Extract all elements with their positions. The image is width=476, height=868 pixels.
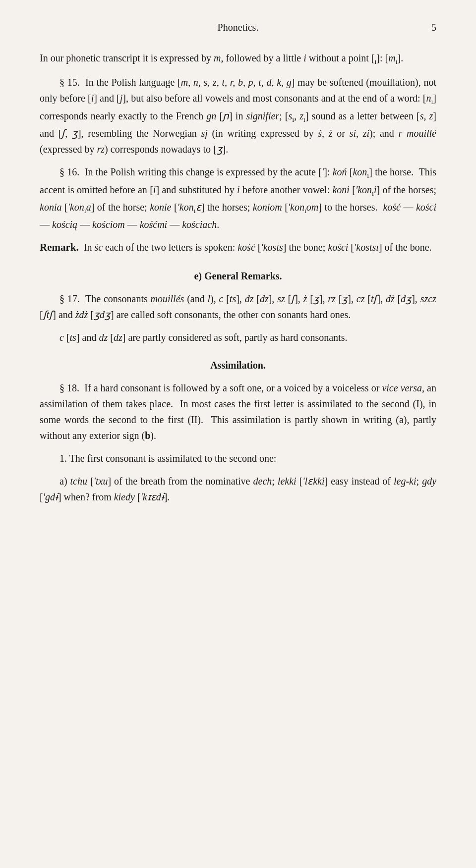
general-remarks-heading: e) General Remarks.	[40, 268, 436, 284]
section-15-paragraph: § 15. In the Polish language [m, n, s, z…	[40, 74, 436, 157]
remark-paragraph: Remark. In śc each of the two letters is…	[40, 239, 436, 256]
intro-paragraph: In our phonetic transcript it is express…	[40, 50, 436, 67]
section-18-paragraph-3: a) tchu ['txu] of the breath from the no…	[40, 473, 436, 505]
remark-heading: Remark.	[40, 241, 79, 253]
section-18-paragraph-1: § 18. If a hard consonant is followed by…	[40, 380, 436, 443]
section-17-paragraph-2: c [ts] and dz [dz] are partly considered…	[40, 329, 436, 345]
page-number: 5	[421, 20, 436, 35]
section-16-paragraph-1: § 16. In the Polish writing this change …	[40, 164, 436, 232]
page-title: Phonetics.	[55, 20, 421, 35]
main-content: In our phonetic transcript it is express…	[40, 50, 436, 505]
section-17-paragraph-1: § 17. The consonants mouillés (and l), c…	[40, 291, 436, 323]
page-header: Phonetics. 5	[40, 20, 436, 35]
section-18-paragraph-2: 1. The first consonant is assimilated to…	[40, 450, 436, 466]
assimilation-heading: Assimilation.	[40, 357, 436, 373]
